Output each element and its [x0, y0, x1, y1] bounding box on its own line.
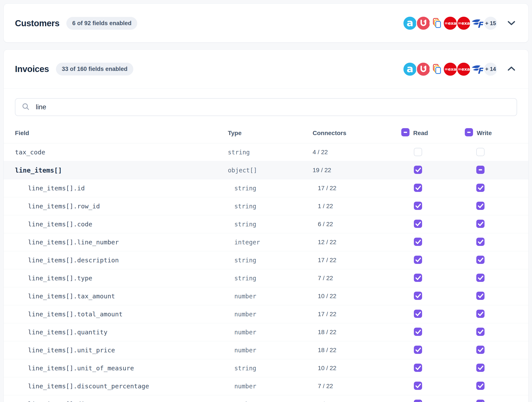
write-checkbox[interactable] — [476, 292, 485, 300]
field-name: line_items[].line_number — [15, 238, 228, 246]
field-type: number — [228, 401, 313, 402]
table-header-row: Field Type Connectors Read Write — [4, 123, 528, 143]
customers-connector-logos: a=exact=exactF — [403, 16, 485, 31]
write-checkbox[interactable] — [476, 202, 485, 210]
write-select-all-checkbox[interactable] — [465, 128, 473, 136]
invoices-title: Invoices — [15, 64, 49, 74]
invoices-connector-logos: a=exact=exactF — [403, 62, 485, 77]
field-type: object[] — [228, 167, 313, 174]
table-row: line_items[].descriptionstring17 / 22 — [4, 251, 528, 269]
field-search-box — [15, 98, 517, 116]
connectors-count: 17 / 22 — [313, 311, 401, 318]
write-checkbox[interactable] — [476, 238, 485, 246]
customers-card-header[interactable]: Customers 6 of 92 fields enabled a=exact… — [4, 4, 528, 43]
read-checkbox[interactable] — [414, 148, 422, 156]
table-row: line_items[].quantitynumber18 / 22 — [4, 323, 528, 341]
read-checkbox[interactable] — [414, 184, 422, 192]
field-name: line_items[].id — [15, 185, 228, 192]
connectors-count: 10 / 22 — [313, 365, 401, 372]
column-header-type: Type — [228, 130, 313, 137]
customers-title: Customers — [15, 19, 59, 28]
field-name: line_items[].quantity — [15, 328, 228, 336]
write-checkbox[interactable] — [476, 328, 485, 336]
invoices-card: Invoices 33 of 160 fields enabled a=exac… — [3, 49, 529, 402]
field-name: line_items[].description — [15, 256, 228, 264]
connector-stacked-cards-logo-icon — [430, 16, 444, 31]
connectors-count: 6 / 22 — [313, 221, 401, 228]
connectors-count: 19 / 22 — [313, 167, 401, 174]
field-type: string — [228, 203, 313, 210]
column-header-read: Read — [413, 130, 428, 137]
customers-card: Customers 6 of 92 fields enabled a=exact… — [3, 3, 529, 43]
write-checkbox[interactable] — [476, 382, 485, 390]
field-name: line_items[].discount_percentage — [15, 383, 228, 390]
write-checkbox[interactable] — [476, 166, 485, 174]
write-checkbox[interactable] — [476, 274, 485, 282]
field-name: line_items[].unit_price — [15, 346, 228, 354]
read-checkbox[interactable] — [414, 346, 422, 354]
invoices-collapse-button[interactable] — [506, 65, 517, 74]
read-checkbox[interactable] — [414, 364, 422, 372]
read-select-all-checkbox[interactable] — [401, 128, 410, 136]
read-checkbox[interactable] — [414, 202, 422, 210]
read-checkbox[interactable] — [414, 220, 422, 228]
read-checkbox[interactable] — [414, 400, 422, 402]
table-row: line_items[].line_numberinteger12 / 22 — [4, 233, 528, 251]
field-type: string — [228, 221, 313, 228]
table-row: line_items[].tax_amountnumber10 / 22 — [4, 287, 528, 305]
write-checkbox[interactable] — [476, 364, 485, 372]
read-checkbox[interactable] — [414, 292, 422, 300]
connectors-count: 18 / 22 — [313, 347, 401, 354]
field-type: integer — [228, 239, 313, 246]
field-type: number — [228, 293, 313, 300]
field-name: line_items[].row_id — [15, 203, 228, 210]
field-search-input[interactable] — [35, 103, 510, 111]
table-row: line_items[].discount_percentagenumber7 … — [4, 377, 528, 395]
write-checkbox[interactable] — [476, 346, 485, 354]
field-type: string — [228, 257, 313, 264]
write-checkbox[interactable] — [476, 220, 485, 228]
connectors-count: 9 / 22 — [313, 401, 401, 402]
column-header-connectors: Connectors — [313, 130, 401, 137]
read-checkbox[interactable] — [414, 328, 422, 336]
field-name: line_items[].total_amount — [15, 311, 228, 318]
connector-red-u-logo-icon — [416, 16, 431, 31]
field-type: string — [228, 185, 313, 192]
field-name: line_items[].code — [15, 221, 228, 228]
read-checkbox[interactable] — [414, 238, 422, 246]
read-checkbox[interactable] — [414, 256, 422, 264]
customers-more-connectors-count: + 15 — [483, 16, 498, 31]
connectors-count: 17 / 22 — [313, 185, 401, 192]
invoices-card-header[interactable]: Invoices 33 of 160 fields enabled a=exac… — [4, 50, 528, 89]
read-checkbox[interactable] — [414, 310, 422, 318]
connectors-count: 1 / 22 — [313, 203, 401, 210]
write-checkbox[interactable] — [476, 400, 485, 402]
read-checkbox[interactable] — [414, 274, 422, 282]
write-checkbox[interactable] — [476, 256, 485, 264]
field-type: string — [228, 275, 313, 282]
connector-red-u-logo-icon — [416, 62, 431, 77]
field-type: string — [228, 365, 313, 372]
field-name: line_items[].tax_amount — [15, 293, 228, 300]
customers-fields-enabled-badge: 6 of 92 fields enabled — [66, 17, 137, 30]
read-checkbox[interactable] — [414, 166, 422, 174]
field-type: number — [228, 311, 313, 318]
field-type: number — [228, 347, 313, 354]
write-checkbox[interactable] — [476, 184, 485, 192]
table-row: line_items[].codestring6 / 22 — [4, 215, 528, 233]
write-checkbox[interactable] — [476, 310, 485, 318]
customers-expand-button[interactable] — [506, 19, 517, 28]
table-row: line_items[].discount_amountnumber9 / 22 — [4, 395, 528, 402]
field-rows: tax_codestring4 / 22line_items[]object[]… — [4, 143, 528, 402]
table-row: line_items[].total_amountnumber17 / 22 — [4, 305, 528, 323]
field-type: number — [228, 329, 313, 336]
table-row: line_items[].idstring17 / 22 — [4, 179, 528, 197]
write-checkbox[interactable] — [476, 148, 485, 156]
connector-stacked-cards-logo-icon — [430, 62, 444, 77]
svg-text:F: F — [477, 66, 483, 76]
connectors-count: 7 / 22 — [313, 383, 401, 390]
read-checkbox[interactable] — [414, 382, 422, 390]
field-type: string — [228, 149, 313, 156]
connectors-count: 17 / 22 — [313, 257, 401, 264]
connectors-count: 18 / 22 — [313, 329, 401, 336]
